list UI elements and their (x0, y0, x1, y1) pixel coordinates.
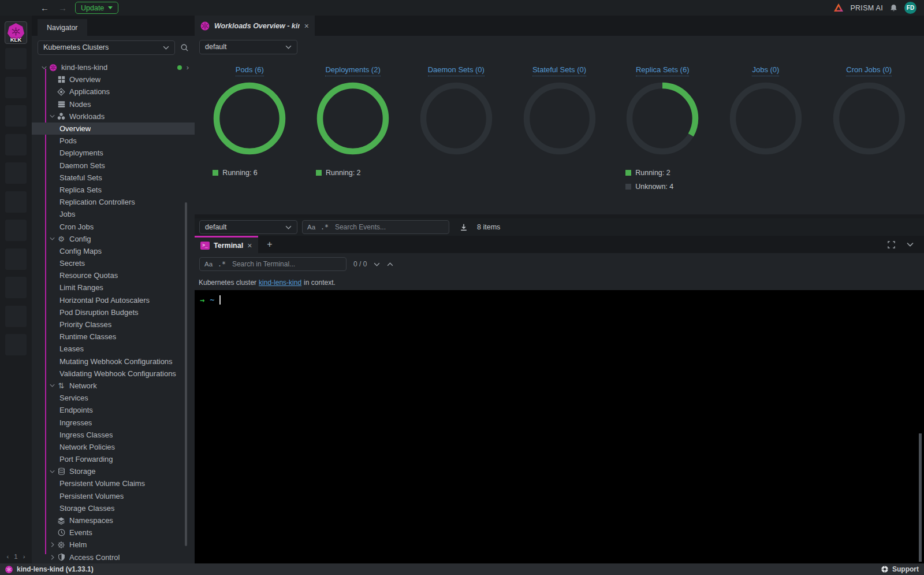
minimize-dock-chevron-icon[interactable] (907, 242, 914, 247)
chevron-down-icon[interactable] (40, 66, 49, 69)
sidebar-item-access-control[interactable]: Access Control (32, 551, 195, 563)
context-cluster-link[interactable]: kind-lens-kind (259, 279, 301, 287)
support-button[interactable]: Support (881, 565, 919, 573)
sidebar-item-daemon-sets[interactable]: Daemon Sets (32, 159, 195, 172)
sidebar-item-secrets[interactable]: Secrets (32, 257, 195, 269)
tab-terminal[interactable]: >_ Terminal × (195, 236, 258, 253)
sidebar-item-jobs[interactable]: Jobs (32, 208, 195, 220)
chevron-right-icon[interactable] (48, 542, 57, 547)
chevron-down-icon[interactable] (48, 470, 57, 473)
chart-title-link[interactable]: Cron Jobs (0) (846, 65, 892, 76)
new-terminal-tab-button[interactable]: + (258, 236, 281, 253)
sidebar-item-persistent-volumes[interactable]: Persistent Volumes (32, 490, 195, 502)
tab-close-icon[interactable]: × (304, 22, 309, 30)
chart-title-link[interactable]: Daemon Sets (0) (428, 65, 485, 76)
sidebar-item-storage[interactable]: Storage (32, 465, 195, 477)
events-search-input[interactable] (334, 222, 444, 232)
hotbar-empty-slot[interactable] (5, 134, 27, 155)
hotbar-empty-slot[interactable] (5, 277, 27, 298)
sidebar-item-resource-quotas[interactable]: Resource Quotas (32, 269, 195, 281)
sidebar-item-config[interactable]: ⚙Config (32, 233, 195, 245)
sidebar-item-applications[interactable]: Applications (32, 86, 195, 98)
sidebar-item-mutating-webhook-configurations[interactable]: Mutating Webhook Configurations (32, 355, 195, 368)
sidebar-item-limit-ranges[interactable]: Limit Ranges (32, 281, 195, 294)
sidebar-item-ingresses[interactable]: Ingresses (32, 416, 195, 428)
chart-title-link[interactable]: Deployments (2) (325, 65, 380, 76)
avatar[interactable]: FD (904, 2, 916, 14)
sidebar-item-endpoints[interactable]: Endpoints (32, 404, 195, 416)
sidebar-item-overview[interactable]: Overview (32, 73, 195, 86)
cluster-settings-chevron-icon[interactable]: › (187, 63, 189, 72)
chevron-down-icon[interactable] (48, 384, 57, 387)
hotbar-empty-slot[interactable] (5, 48, 27, 69)
prev-match-chevron-icon[interactable] (387, 262, 393, 266)
terminal-scrollbar[interactable] (919, 433, 922, 562)
hotbar-active-cluster[interactable]: KLK (5, 21, 27, 44)
terminal-search-input[interactable] (231, 259, 341, 269)
navigator-scrollbar[interactable] (185, 202, 187, 546)
sidebar-item-namespaces[interactable]: Namespaces (32, 514, 195, 526)
chart-title-link[interactable]: Jobs (0) (752, 65, 779, 76)
sidebar-item-port-forwarding[interactable]: Port Forwarding (32, 453, 195, 465)
hotbar-empty-slot[interactable] (5, 248, 27, 270)
hotbar-empty-slot[interactable] (5, 334, 27, 355)
hotbar-empty-slot[interactable] (5, 77, 27, 98)
chart-title-link[interactable]: Pods (6) (236, 65, 264, 76)
sidebar-item-kind-lens-kind[interactable]: kind-lens-kind› (32, 61, 195, 73)
sidebar-item-leases[interactable]: Leases (32, 343, 195, 355)
search-icon[interactable] (180, 43, 189, 52)
namespace-select[interactable]: default (199, 40, 297, 54)
sidebar-item-helm[interactable]: Helm (32, 539, 195, 551)
regex-icon[interactable]: .* (321, 223, 329, 231)
sidebar-item-config-maps[interactable]: Config Maps (32, 245, 195, 257)
cluster-scope-select[interactable]: Kubernetes Clusters (38, 40, 175, 55)
chart-title-link[interactable]: Replica Sets (6) (636, 65, 689, 76)
chevron-down-icon[interactable] (48, 237, 57, 240)
sidebar-item-replication-controllers[interactable]: Replication Controllers (32, 196, 195, 208)
sidebar-item-persistent-volume-claims[interactable]: Persistent Volume Claims (32, 477, 195, 489)
hotbar-prev-icon[interactable]: ‹ (6, 553, 9, 560)
sidebar-item-overview[interactable]: Overview (32, 123, 195, 135)
sidebar-item-priority-classes[interactable]: Priority Classes (32, 318, 195, 331)
chevron-down-icon[interactable] (48, 114, 57, 118)
navigator-tab[interactable]: Navigator (38, 19, 87, 36)
chevron-right-icon[interactable] (48, 555, 57, 560)
match-case-icon[interactable]: Aa (307, 224, 315, 231)
sidebar-item-network[interactable]: ⇅Network (32, 380, 195, 392)
expand-dock-icon[interactable] (888, 241, 895, 248)
sidebar-item-horizontal-pod-autoscalers[interactable]: Horizontal Pod Autoscalers (32, 294, 195, 306)
sidebar-item-stateful-sets[interactable]: Stateful Sets (32, 172, 195, 184)
hotbar-empty-slot[interactable] (5, 220, 27, 241)
hotbar-empty-slot[interactable] (5, 105, 27, 127)
sidebar-item-network-policies[interactable]: Network Policies (32, 441, 195, 453)
terminal-pane[interactable]: → ~ (195, 290, 924, 563)
events-namespace-select[interactable]: default (199, 220, 297, 234)
notifications-bell-icon[interactable] (889, 3, 898, 13)
chart-title-link[interactable]: Stateful Sets (0) (532, 65, 586, 76)
hotbar-empty-slot[interactable] (5, 306, 27, 327)
sidebar-item-cron-jobs[interactable]: Cron Jobs (32, 220, 195, 232)
history-forward-icon[interactable]: → (58, 3, 67, 12)
hotbar-empty-slot[interactable] (5, 162, 27, 184)
tab-workloads-overview[interactable]: Workloads Overview - kind-l... × (195, 16, 315, 36)
hotbar-empty-slot[interactable] (5, 191, 27, 213)
match-case-icon[interactable]: Aa (204, 261, 213, 268)
history-back-icon[interactable]: ← (40, 3, 49, 12)
sidebar-item-pod-disruption-budgets[interactable]: Pod Disruption Budgets (32, 306, 195, 318)
sidebar-item-validating-webhook-configurations[interactable]: Validating Webhook Configurations (32, 368, 195, 380)
next-match-chevron-icon[interactable] (374, 262, 380, 266)
sidebar-item-storage-classes[interactable]: Storage Classes (32, 502, 195, 514)
sidebar-item-ingress-classes[interactable]: Ingress Classes (32, 429, 195, 441)
sidebar-item-services[interactable]: Services (32, 392, 195, 404)
regex-icon[interactable]: .* (218, 260, 226, 268)
download-icon[interactable] (460, 223, 468, 232)
sidebar-item-workloads[interactable]: Workloads (32, 110, 195, 123)
sidebar-item-runtime-classes[interactable]: Runtime Classes (32, 331, 195, 343)
sidebar-item-events[interactable]: Events (32, 526, 195, 539)
hotbar-next-icon[interactable]: › (23, 553, 25, 560)
sidebar-item-nodes[interactable]: Nodes (32, 98, 195, 110)
sidebar-item-deployments[interactable]: Deployments (32, 147, 195, 159)
sidebar-item-pods[interactable]: Pods (32, 135, 195, 147)
sidebar-item-replica-sets[interactable]: Replica Sets (32, 184, 195, 196)
terminal-tab-close-icon[interactable]: × (247, 242, 252, 250)
